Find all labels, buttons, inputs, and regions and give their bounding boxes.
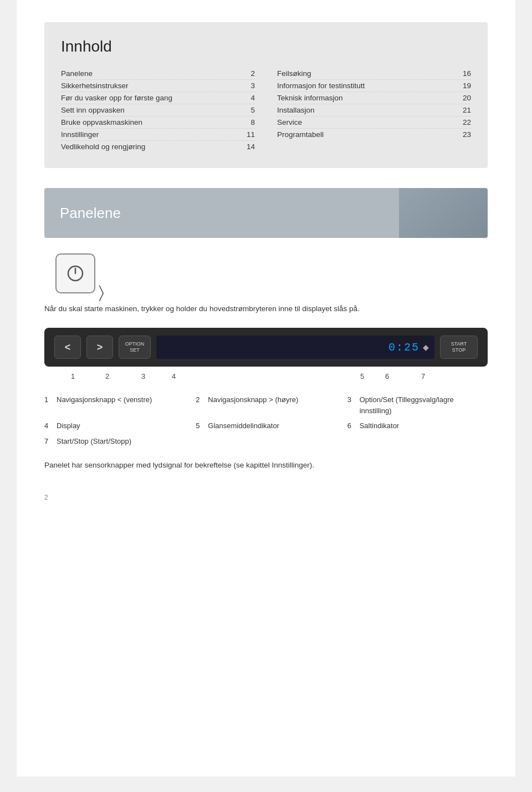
toc-row: Service22: [277, 116, 471, 129]
toc-row: Programtabell23: [277, 129, 471, 140]
toc-item-label: Bruke oppvaskmaskinen: [61, 118, 238, 126]
toc-item-num: 23: [454, 130, 471, 139]
legend-item: 7Start/Stop (Start/Stopp): [44, 436, 185, 447]
toc-item-label: Vedlikehold og rengjøring: [61, 143, 238, 151]
panel-display: 0:25 ◆: [156, 336, 434, 359]
panel-number: 7: [421, 372, 425, 380]
toc-item-num: 4: [238, 94, 255, 102]
toc-row: Panelene2: [61, 68, 255, 80]
legend-text: Display: [57, 420, 80, 431]
start-stop-btn: START STOP: [440, 336, 478, 359]
toc-item-label: Feilsøking: [277, 69, 454, 78]
toc-item-num: 3: [238, 82, 255, 90]
toc-item-num: 5: [238, 106, 255, 114]
set-label: SET: [130, 347, 140, 354]
toc-item-num: 21: [454, 106, 471, 114]
legend-item: 2Navigasjonsknapp > (høyre): [196, 394, 336, 416]
toc-item-label: Panelene: [61, 69, 238, 78]
panel-number: 3: [141, 372, 145, 380]
legend-num: 4: [44, 420, 53, 431]
toc-item-num: 8: [238, 118, 255, 126]
footer-text: Panelet har sensorknapper med lydsignal …: [44, 460, 488, 471]
page-number: 2: [44, 494, 488, 501]
toc-row: Installasjon21: [277, 104, 471, 116]
toc-row: Bruke oppvaskmaskinen8: [61, 116, 255, 129]
nav-left-btn: <: [54, 336, 81, 359]
toc-item-label: Informasjon for testinstitutt: [277, 82, 454, 90]
toc-item-num: 20: [454, 94, 471, 102]
panel-number: 5: [360, 372, 364, 380]
salt-drop-icon: ◆: [423, 343, 429, 352]
legend-text: Navigasjonsknapp > (høyre): [208, 394, 298, 416]
banner-bg: [399, 188, 488, 238]
display-time: 0:25: [388, 341, 420, 354]
hand-cursor-icon: 〉: [99, 283, 104, 302]
option-label: OPTION: [125, 341, 145, 348]
panel-number: 4: [172, 372, 176, 380]
toc-row: Innstillinger11: [61, 129, 255, 141]
panel-number: 2: [105, 372, 109, 380]
nav-right-btn: >: [86, 336, 113, 359]
toc-item-label: Service: [277, 118, 454, 126]
start-label: START: [451, 341, 467, 348]
toc-item-label: Installasjon: [277, 106, 454, 114]
toc-right-col: Feilsøking16Informasjon for testinstitut…: [277, 68, 471, 153]
toc-row: Feilsøking16: [277, 68, 471, 80]
legend-num: 3: [347, 394, 356, 416]
toc-row: Sett inn oppvasken5: [61, 104, 255, 116]
toc-item-label: Programtabell: [277, 130, 454, 139]
legend-item: 5Glansemiddelindikator: [196, 420, 336, 431]
panel-numbers-row: 1234567: [44, 372, 488, 385]
legend-text: Option/Set (Tilleggsvalg/lagre innstilli…: [360, 394, 488, 416]
toc-row: Informasjon for testinstitutt19: [277, 80, 471, 92]
legend-grid: 1Navigasjonsknapp < (venstre)2Navigasjon…: [44, 394, 488, 446]
toc-item-num: 2: [238, 69, 255, 78]
legend-item: 3Option/Set (Tilleggsvalg/lagre innstill…: [347, 394, 488, 416]
toc-item-num: 11: [238, 130, 255, 139]
toc-item-num: 16: [454, 69, 471, 78]
toc-item-label: Sett inn oppvasken: [61, 106, 238, 114]
description-text: Når du skal starte maskinen, trykker og …: [44, 303, 488, 314]
toc-title: Innhold: [61, 38, 471, 55]
legend-item: 6Saltindikator: [347, 420, 488, 431]
option-set-btn: OPTION SET: [119, 336, 151, 359]
toc-left-col: Panelene2Sikkerhetsinstrukser3Før du vas…: [61, 68, 255, 153]
power-btn-container: 〉: [55, 253, 488, 293]
legend-num: 1: [44, 394, 53, 416]
toc-item-label: Teknisk informasjon: [277, 94, 454, 102]
legend-num: 7: [44, 436, 53, 447]
panel-number: 6: [385, 372, 389, 380]
legend-text: Saltindikator: [360, 420, 400, 431]
legend-item: 4Display: [44, 420, 185, 431]
control-panel: < > OPTION SET 0:25 ◆ START STOP: [44, 328, 488, 367]
toc-row: Teknisk informasjon20: [277, 92, 471, 104]
toc-item-num: 19: [454, 82, 471, 90]
legend-text: Navigasjonsknapp < (venstre): [57, 394, 152, 416]
power-button-box: 〉: [55, 253, 95, 293]
toc-grid: Panelene2Sikkerhetsinstrukser3Før du vas…: [61, 68, 471, 153]
toc-item-num: 14: [238, 143, 255, 151]
toc-item-label: Før du vasker opp for første gang: [61, 94, 238, 102]
legend-num: 6: [347, 420, 356, 431]
legend-num: 2: [196, 394, 204, 416]
stop-label: STOP: [452, 347, 466, 354]
panel-number: 1: [71, 372, 75, 380]
legend-text: Start/Stop (Start/Stopp): [57, 436, 131, 447]
power-icon: [65, 263, 85, 283]
legend-text: Glansemiddelindikator: [208, 420, 279, 431]
panelene-banner: Panelene: [44, 188, 488, 238]
legend-num: 5: [196, 420, 204, 431]
toc-item-label: Innstillinger: [61, 130, 238, 139]
panelene-section: Panelene 〉 Når du skal starte maskinen, …: [44, 188, 488, 471]
toc-row: Vedlikehold og rengjøring14: [61, 141, 255, 153]
toc-row: Før du vasker opp for første gang4: [61, 92, 255, 104]
legend-item: 1Navigasjonsknapp < (venstre): [44, 394, 185, 416]
panelene-title: Panelene: [60, 205, 121, 222]
toc-row: Sikkerhetsinstrukser3: [61, 80, 255, 92]
toc-item-num: 22: [454, 118, 471, 126]
toc-section: Innhold Panelene2Sikkerhetsinstrukser3Fø…: [44, 22, 488, 168]
toc-item-label: Sikkerhetsinstrukser: [61, 82, 238, 90]
